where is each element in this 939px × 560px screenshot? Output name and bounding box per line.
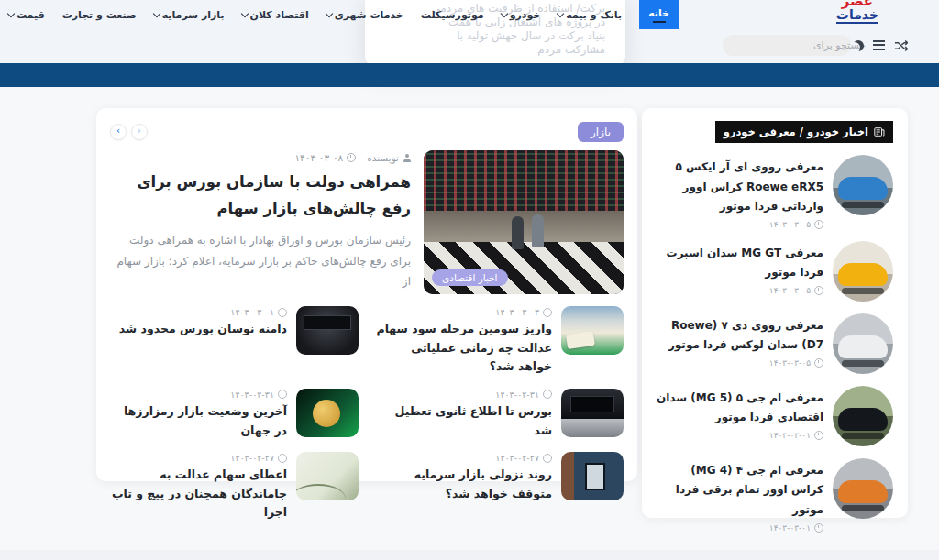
nav-item-price[interactable]: قیمت (8, 9, 45, 21)
car-news-list: معرفی رووی ای آر ایکس ۵ Roewe eRX5 کراس … (657, 155, 893, 533)
author-icon (403, 154, 411, 162)
list-item-text: معرفی ام جی ۵ (MG 5) سدان اقتصادی فردا م… (657, 386, 823, 446)
clock-icon (814, 220, 823, 229)
ticker-line[interactable]: بنیاد برکت در سال جهش تولید با (385, 29, 605, 43)
article-item[interactable]: ۱۴۰۳-۰۲-۳۱ آخرین وضعیت بازار رمزارزها در… (110, 389, 359, 440)
featured-title[interactable]: همراهی دولت با سازمان بورس برای رفع چالش… (110, 170, 411, 223)
date-meta: ۱۴۰۳-۰۳-۰۵ (657, 220, 823, 229)
article-title[interactable]: معرفی رووی ای آر ایکس ۵ Roewe eRX5 کراس … (657, 158, 823, 217)
header-tools (853, 35, 908, 56)
car-thumbnail-yellow-sedan (833, 241, 893, 302)
article-grid: ۱۴۰۳-۰۳-۰۳ واریز سومین مرحله سود سهام عد… (110, 306, 624, 522)
date-meta: ۱۴۰۳-۰۳-۰۱ (110, 307, 287, 317)
car-thumbnail-blue-suv (833, 155, 893, 215)
article-title[interactable]: معرفی MG GT سدان اسپرت فردا موتور (657, 244, 823, 283)
featured-image[interactable]: اخبار اقتصادی (424, 150, 624, 294)
car-thumbnail-black-sedan (833, 386, 893, 446)
article-text: ۱۴۰۳-۰۲-۳۱ بورس تا اطلاع ثانوی تعطیل شد (375, 389, 552, 440)
chevron-down-icon (557, 9, 564, 16)
article-date: ۱۴۰۳-۰۳-۰۵ (769, 286, 811, 295)
article-title[interactable]: دامنه نوسان بورس محدود شد (110, 320, 287, 339)
date-meta: ۱۴۰۳-۰۳-۰۳ (375, 307, 552, 317)
date-meta: ۱۴۰۳-۰۳-۰۱ (657, 431, 823, 440)
article-item[interactable]: ۱۴۰۳-۰۲-۳۱ بورس تا اطلاع ثانوی تعطیل شد (375, 389, 624, 440)
list-item-text: معرفی MG GT سدان اسپرت فردا موتور ۱۴۰۳-۰… (657, 241, 823, 302)
navy-divider-bar (0, 63, 939, 87)
chevron-down-icon (7, 9, 15, 16)
car-thumbnail-white-sedan (833, 313, 893, 374)
article-date: ۱۴۰۳-۰۳-۰۳ (495, 307, 539, 317)
article-item[interactable]: ۱۴۰۳-۰۲-۲۷ روند نزولی بازار سرمایه متوقف… (375, 452, 624, 522)
date-meta: ۱۴۰۳-۰۲-۳۱ (110, 390, 287, 400)
clock-icon (543, 390, 552, 399)
shuffle-icon[interactable] (894, 39, 908, 52)
carousel-prev-button[interactable]: ‹ (110, 124, 127, 140)
article-title[interactable]: روند نزولی بازار سرمایه متوقف خواهد شد؟ (375, 466, 552, 503)
list-item[interactable]: معرفی رووی ای آر ایکس ۵ Roewe eRX5 کراس … (657, 155, 893, 229)
article-title[interactable]: بورس تا اطلاع ثانوی تعطیل شد (375, 402, 552, 440)
car-news-card: اخبار خودرو / معرفی خودرو معرفی رووی ای … (642, 108, 908, 518)
search-input[interactable] (731, 38, 867, 52)
article-date: ۱۴۰۳-۰۲-۳۱ (230, 390, 274, 400)
chevron-down-icon (325, 9, 332, 16)
article-date: ۱۴۰۳-۰۲-۲۷ (495, 453, 539, 463)
nav-item-industry-trade[interactable]: صنعت و تجارت (62, 9, 137, 21)
article-thumbnail (561, 306, 624, 355)
nav-item-city-services[interactable]: خدمات شهری (326, 9, 403, 21)
clock-icon (543, 454, 552, 463)
article-title[interactable]: اعطای سهام عدالت به جاماندگان همچنان در … (110, 466, 287, 522)
chevron-down-icon (152, 9, 160, 16)
nav-item-home[interactable]: خانه (639, 0, 679, 29)
article-text: ۱۴۰۳-۰۳-۰۳ واریز سومین مرحله سود سهام عد… (375, 306, 552, 377)
date-meta: ۱۴۰۳-۰۳-۰۱ (657, 523, 823, 533)
article-date: ۱۴۰۳-۰۳-۰۸ (294, 152, 343, 163)
list-item[interactable]: معرفی ام جی ۵ (MG 5) سدان اقتصادی فردا م… (657, 386, 893, 446)
sidebar-header: اخبار خودرو / معرفی خودرو (715, 121, 893, 143)
category-badge[interactable]: اخبار اقتصادی (432, 269, 508, 286)
checkered-floor-graphic (424, 242, 624, 294)
author-meta[interactable]: نویسنده (367, 152, 411, 163)
nav-item-capital-market[interactable]: بازار سرمایه (154, 9, 225, 21)
article-title[interactable]: معرفی ام جی ۴ (MG 4) کراس اوور تمام برقی… (657, 461, 823, 521)
section-badge[interactable]: بازار (578, 122, 624, 142)
nav-label: بازار سرمایه (162, 9, 225, 21)
logo-line-2: خدمات (836, 8, 878, 24)
ticker-line[interactable]: مشارکت مردم (385, 43, 605, 57)
nav-label: خودرو (510, 9, 541, 21)
clock-icon (543, 308, 552, 317)
article-item[interactable]: ۱۴۰۳-۰۳-۰۱ دامنه نوسان بورس محدود شد (110, 306, 359, 377)
nav-label: خانه (648, 7, 669, 19)
article-title[interactable]: معرفی ام جی ۵ (MG 5) سدان اقتصادی فردا م… (657, 389, 823, 428)
author-label: نویسنده (367, 152, 399, 163)
sidebar-header-row: اخبار خودرو / معرفی خودرو (657, 121, 893, 143)
article-thumbnail (296, 306, 359, 355)
article-thumbnail (296, 389, 359, 437)
chevron-down-icon (240, 9, 248, 16)
list-item[interactable]: معرفی رووی دی ۷ (Roewe D7) سدان لوکس فرد… (657, 313, 893, 374)
page: عصر خدمات برکت/ استفاده از ظرفیت های مرد… (0, 0, 939, 560)
article-item[interactable]: ۱۴۰۳-۰۳-۰۳ واریز سومین مرحله سود سهام عد… (375, 306, 624, 377)
nav-item-cars[interactable]: خودرو (502, 9, 541, 21)
date-meta: ۱۴۰۳-۰۲-۲۷ (375, 453, 552, 463)
list-item[interactable]: معرفی MG GT سدان اسپرت فردا موتور ۱۴۰۳-۰… (657, 241, 893, 302)
clock-icon (278, 454, 287, 463)
list-item[interactable]: معرفی ام جی ۴ (MG 4) کراس اوور تمام برقی… (657, 458, 893, 533)
carousel-next-button[interactable]: › (131, 124, 148, 140)
article-title[interactable]: واریز سومین مرحله سود سهام عدالت چه زمان… (375, 320, 552, 377)
article-title[interactable]: آخرین وضعیت بازار رمزارزها در جهان (110, 402, 287, 440)
article-title[interactable]: معرفی رووی دی ۷ (Roewe D7) سدان لوکس فرد… (657, 316, 823, 356)
article-thumbnail (296, 452, 359, 500)
article-item[interactable]: ۱۴۰۳-۰۲-۲۷ اعطای سهام عدالت به جاماندگان… (110, 452, 359, 522)
site-logo[interactable]: عصر خدمات (836, 0, 878, 24)
nav-item-bank-insurance[interactable]: بانک و بیمه (558, 9, 622, 21)
nav-item-motorcycle[interactable]: موتورسیکلت (421, 9, 484, 21)
active-tab-dash (653, 21, 666, 23)
article-text: ۱۴۰۳-۰۳-۰۱ دامنه نوسان بورس محدود شد (110, 306, 287, 377)
nav-item-macro-economy[interactable]: اقتصاد کلان (242, 9, 309, 21)
menu-icon[interactable] (873, 40, 885, 50)
featured-text: نویسنده ۱۴۰۳-۰۳-۰۸ همراهی دولت با سازمان… (110, 150, 411, 294)
search-box (723, 35, 851, 56)
list-item-text: معرفی رووی دی ۷ (Roewe D7) سدان لوکس فرد… (657, 313, 823, 374)
footer-strip (0, 550, 939, 560)
dark-mode-moon-icon[interactable] (853, 40, 864, 51)
